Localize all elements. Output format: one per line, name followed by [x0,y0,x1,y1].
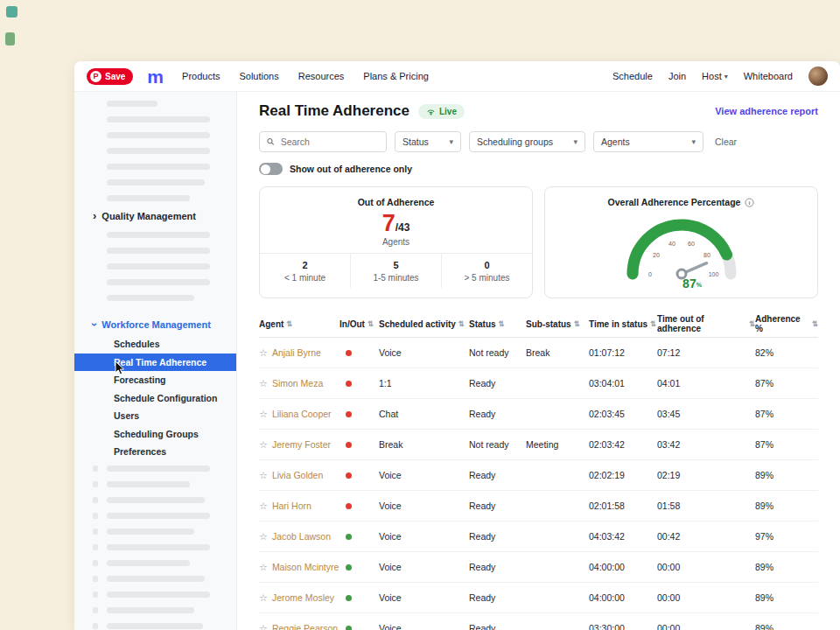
sidebar-item-scheduling-groups[interactable]: Scheduling Groups [74,425,236,444]
table-row[interactable]: ☆Jacob LawsonVoiceReady04:03:4200:4297% [259,522,818,552]
nav-whiteboard[interactable]: Whiteboard [744,71,793,81]
sidebar-item-label: Real Time Adherence [114,357,206,368]
sort-icon[interactable]: ⇅ [812,319,818,328]
skeleton-bar [74,540,236,556]
sidebar-item-forecasting[interactable]: Forecasting [74,371,236,389]
inout-cell [340,347,379,358]
agent-link[interactable]: Jerome Mosley [272,592,334,603]
star-icon[interactable]: ☆ [259,409,268,420]
star-icon[interactable]: ☆ [259,378,268,389]
sort-icon[interactable]: ⇅ [650,319,656,328]
sidebar-item-quality-management[interactable]: › Quality Management [74,206,236,227]
status-dropdown[interactable]: Status▾ [395,131,461,152]
sort-icon[interactable]: ⇅ [499,319,505,328]
table-row[interactable]: ☆Jerome MosleyVoiceReady04:00:0000:0089% [259,583,818,613]
column-header-in-out[interactable]: In/Out⇅ [340,319,379,329]
agent-link[interactable]: Jacob Lawson [272,531,331,542]
nav-plans-pricing[interactable]: Plans & Pricing [363,71,429,81]
sidebar-item-real-time-adherence[interactable]: Real Time Adherence [74,354,236,372]
agent-link[interactable]: Anjali Byrne [272,347,321,358]
star-icon[interactable]: ☆ [259,592,268,604]
sort-icon[interactable]: ⇅ [749,319,755,328]
status-cell: Ready [469,562,526,572]
inout-dot [346,381,352,387]
column-header-time-in-status[interactable]: Time in status⇅ [589,319,657,329]
table-row[interactable]: ☆Anjali ByrneVoiceNot readyBreak01:07:12… [259,338,818,368]
table-row[interactable]: ☆Hari HornVoiceReady02:01:5801:5889% [259,491,818,522]
agent-link[interactable]: Jeremy Foster [272,439,331,450]
scheduled-activity-cell: Voice [379,470,469,480]
nav-resources[interactable]: Resources [298,71,345,81]
column-header-status[interactable]: Status⇅ [469,319,526,329]
scheduled-activity-cell: Voice [379,592,469,603]
agent-link[interactable]: Simon Meza [272,378,323,388]
sort-icon[interactable]: ⇅ [286,319,292,328]
sidebar-item-label: Forecasting [114,374,166,385]
nav-products[interactable]: Products [182,71,220,81]
search-icon [267,137,275,146]
miro-logo[interactable]: m [147,67,163,86]
out-of-adherence-stats: 2< 1 minute51-5 minutes0> 5 minutes [260,253,532,288]
column-header-scheduled-activity[interactable]: Scheduled activity⇅ [379,319,469,329]
sidebar-item-preferences[interactable]: Preferences [74,443,236,461]
search-input[interactable] [279,136,379,148]
pinterest-save-button[interactable]: P Save [87,68,133,85]
title-row: Real Time Adherence Live View adherence … [259,102,818,120]
star-icon[interactable]: ☆ [259,562,268,573]
agent-link[interactable]: Liliana Cooper [272,409,332,419]
table-body: ☆Anjali ByrneVoiceNot readyBreak01:07:12… [259,338,818,630]
table-row[interactable]: ☆Maison McintyreVoiceReady04:00:0000:008… [259,552,818,583]
skeleton-bar [74,258,236,274]
star-icon[interactable]: ☆ [259,623,268,630]
out-of-adherence-toggle[interactable] [259,163,283,175]
summary-cards: Out of Adherence 7/43 Agents 2< 1 minute… [259,186,818,298]
star-icon[interactable]: ☆ [259,439,268,451]
star-icon[interactable]: ☆ [259,531,268,542]
star-icon[interactable]: ☆ [259,500,268,512]
sort-icon[interactable]: ⇅ [458,319,465,328]
skeleton-bar [74,95,236,111]
table-row[interactable]: ☆Liliana CooperChatReady02:03:4503:4587% [259,399,818,430]
agent-link[interactable]: Reggie Pearson [272,623,338,630]
agent-link[interactable]: Maison Mcintyre [272,562,339,572]
pinterest-icon: P [90,71,102,82]
agent-link[interactable]: Livia Golden [272,470,323,480]
sort-icon[interactable]: ⇅ [574,319,580,328]
scheduling-groups-dropdown[interactable]: Scheduling groups▾ [469,131,585,152]
sidebar-item-users[interactable]: Users [74,407,236,425]
sidebar-item-workforce-management[interactable]: › Workforce Management [74,314,236,335]
adherence-cell: 97% [755,531,818,542]
sort-icon[interactable]: ⇅ [368,319,374,328]
inout-dot [346,534,352,540]
column-header-agent[interactable]: Agent⇅ [259,319,340,329]
nav-join[interactable]: Join [668,71,686,81]
column-header-sub-status[interactable]: Sub-status⇅ [526,319,589,329]
view-adherence-report-link[interactable]: View adherence report [715,106,818,116]
user-avatar[interactable] [808,66,828,86]
sidebar-item-schedules[interactable]: Schedules [74,335,236,354]
sidebar-item-schedule-configuration[interactable]: Schedule Configuration [74,389,236,408]
table-row[interactable]: ☆Jeremy FosterBreakNot readyMeeting02:03… [259,430,818,460]
live-badge-label: Live [439,107,457,116]
inout-cell [340,562,379,572]
search-box[interactable] [259,131,387,152]
star-icon[interactable]: ☆ [259,347,268,359]
nav-host[interactable]: Host▾ [702,71,728,81]
clear-filters-button[interactable]: Clear [715,136,737,147]
column-header-adherence-[interactable]: Adherence %⇅ [755,314,818,333]
column-header-time-out-of-adherence[interactable]: Time out of adherence⇅ [657,314,755,333]
sidebar-item-label: Schedules [114,339,160,349]
sidebar-item-label: Schedule Configuration [114,393,217,403]
inout-cell [340,592,379,603]
agent-cell: ☆Reggie Pearson [259,623,340,630]
agents-dropdown[interactable]: Agents▾ [593,131,704,152]
nav-solutions[interactable]: Solutions [239,71,278,81]
table-row[interactable]: ☆Livia GoldenVoiceReady02:02:1902:1989% [259,460,818,491]
nav-schedule[interactable]: Schedule [612,71,653,81]
skeleton-bar [74,242,236,258]
table-row[interactable]: ☆Simon Meza1:1Ready03:04:0104:0187% [259,368,818,399]
agent-link[interactable]: Hari Horn [272,500,312,511]
table-row[interactable]: ☆Reggie PearsonVoiceReady03:30:0000:0089… [259,613,818,630]
star-icon[interactable]: ☆ [259,470,268,481]
skeleton-bar [74,158,236,174]
